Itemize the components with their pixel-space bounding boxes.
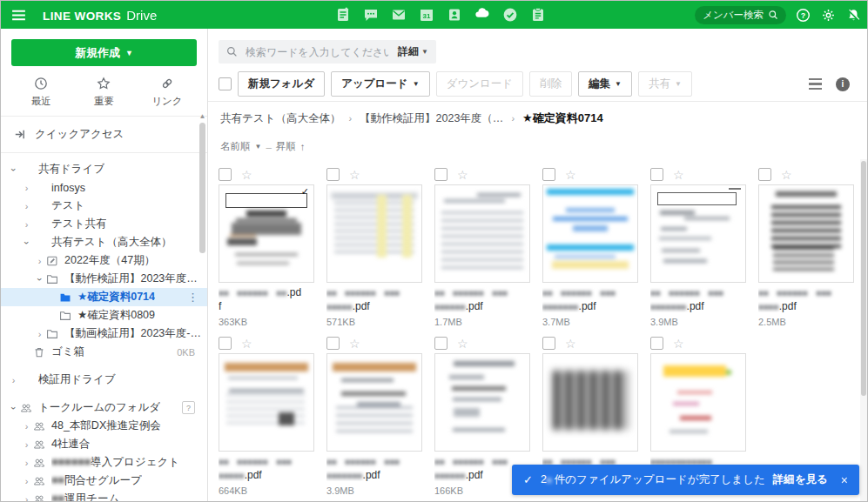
file-name[interactable]: ■■ ■■■■■■ ■■■■■■■.pdf [758,286,854,312]
file-thumbnail[interactable] [219,184,314,283]
chevron-collapsed-icon[interactable]: › [21,183,32,193]
file-checkbox[interactable] [650,168,663,181]
favorite-star-icon[interactable]: ☆ [565,338,576,350]
message-icon[interactable] [362,7,379,23]
toast-detail-link[interactable]: 詳細を見る [773,472,828,487]
file-card[interactable]: ☆■■ ■■■■■■ ■■■■■■■■.pdf664KB [219,333,314,497]
file-checkbox[interactable] [434,168,447,181]
file-thumbnail[interactable] [650,353,746,452]
form-icon[interactable] [529,7,546,23]
sidebar-item-共有テスト（高大全体）[interactable]: ›共有テスト（高大全体） [1,233,207,251]
settings-gear-icon[interactable] [819,6,837,23]
list-view-icon[interactable] [809,78,822,90]
file-thumbnail[interactable] [758,184,854,283]
favorite-star-icon[interactable]: ☆ [457,169,468,181]
sidebar-item-【動作検証用】2023年度（４８…[interactable]: ›【動作検証用】2023年度（４８… [1,270,207,288]
chevron-collapsed-icon[interactable]: › [34,256,45,266]
brand-logo[interactable]: LINE WORKS Drive [43,8,157,23]
file-card[interactable]: ☆■■ ■■■■■■ ■■■■■■■■.pdf571KB [326,164,422,328]
help-badge-icon[interactable]: ? [182,401,195,414]
sidebar-item-2022年度（47期）[interactable]: ›2022年度（47期） [1,251,207,270]
chevron-collapsed-icon[interactable]: › [8,375,19,385]
sidebar-item-★確定資料0714[interactable]: ★確定資料0714⋮ [1,288,207,306]
file-thumbnail[interactable] [326,184,422,283]
file-name[interactable]: ■■ ■■■■■■ ■■■■■■■■.pdf [219,455,314,481]
sort-field-dropdown[interactable]: 名前順 [220,140,251,153]
scroll-up-arrow[interactable]: ▲ [198,112,206,121]
chevron-collapsed-icon[interactable]: › [21,201,32,211]
mail-icon[interactable] [390,7,407,23]
select-all-checkbox[interactable] [219,77,232,90]
search-input[interactable] [244,45,392,59]
file-checkbox[interactable] [650,337,663,350]
chevron-collapsed-icon[interactable]: › [21,476,32,486]
favorite-star-icon[interactable]: ☆ [781,169,792,181]
quick-link-star[interactable]: 重要 [72,77,135,108]
sidebar-item-quick-access[interactable]: クイックアクセス [1,117,207,153]
chevron-collapsed-icon[interactable]: › [21,439,32,450]
sidebar-item-48_本部DX推進定例会[interactable]: ›48_本部DX推進定例会 [1,417,207,435]
file-name[interactable]: ■■ ■■■■■■ ■■■■■■■■.pdf [326,286,422,312]
toast-close-icon[interactable]: × [841,473,848,487]
chevron-expanded-icon[interactable]: › [9,402,19,413]
drive-icon[interactable] [474,7,490,23]
chevron-expanded-icon[interactable]: › [35,273,45,284]
favorite-star-icon[interactable]: ☆ [673,169,684,181]
favorite-star-icon[interactable]: ☆ [673,338,684,350]
scrollbar-thumb[interactable] [861,161,866,396]
sidebar-item-テスト共有[interactable]: ›テスト共有 [1,215,207,233]
file-thumbnail[interactable] [326,353,422,452]
calendar-icon[interactable]: 31 [418,7,434,23]
toolbar-button-新規フォルダ[interactable]: 新規フォルダ [238,71,325,97]
file-thumbnail[interactable] [434,353,530,452]
scrollbar-thumb[interactable] [199,123,205,253]
sidebar-item-テスト[interactable]: ›テスト [1,197,207,215]
file-card[interactable]: ☆■■ ■■■■■■ ■■■■■■■■■■.pdf3.9MB [326,333,422,497]
file-name[interactable]: ■■ ■■■■■■ ■■■■■■■■■■.pdf [650,286,746,312]
sidebar-item-ゴミ箱[interactable]: ゴミ箱0KB [1,343,207,361]
board-icon[interactable] [334,7,351,23]
main-scrollbar[interactable] [860,159,867,501]
help-icon[interactable]: ? [794,6,811,23]
sidebar-item-【動画検証用】2023年度-本経動…[interactable]: ›【動画検証用】2023年度-本経動… [1,325,207,343]
file-checkbox[interactable] [542,168,555,181]
file-checkbox[interactable] [219,337,232,350]
info-icon[interactable]: i [836,77,850,91]
file-thumbnail[interactable] [434,184,530,283]
hamburger-menu-icon[interactable] [1,1,36,29]
sidebar-item-4社連合[interactable]: ›4社連合 [1,435,207,453]
file-checkbox[interactable] [758,168,771,181]
file-thumbnail[interactable] [542,353,638,452]
chevron-collapsed-icon[interactable]: › [21,421,32,432]
favorite-star-icon[interactable]: ☆ [349,338,360,350]
file-name[interactable]: ■■ ■■■■■■ ■■■■■■■■■.pdf [434,286,530,312]
file-checkbox[interactable] [326,337,340,350]
file-card[interactable]: ☆■■ ■■■■■■ ■■■■■■■■■.pdf1.7MB [434,164,530,328]
file-thumbnail[interactable] [542,184,638,283]
file-checkbox[interactable] [542,337,555,350]
favorite-star-icon[interactable]: ☆ [241,338,252,350]
sidebar-item-トークルームのフォルダ[interactable]: ›トークルームのフォルダ? [1,398,207,417]
task-icon[interactable] [501,7,518,23]
favorite-star-icon[interactable]: ☆ [565,169,576,181]
chevron-collapsed-icon[interactable]: › [34,329,45,339]
file-checkbox[interactable] [219,168,232,181]
toolbar-button-アップロード[interactable]: アップロード▼ [331,71,429,97]
file-checkbox[interactable] [434,337,447,350]
sidebar-item-infosys[interactable]: ›infosys [1,178,207,197]
contacts-icon[interactable] [446,7,462,23]
sort-order-toggle[interactable]: 昇順 [276,140,296,153]
favorite-star-icon[interactable]: ☆ [457,338,468,350]
sidebar-scrollbar[interactable]: ▲ [198,112,206,498]
file-card[interactable]: ☆■■ ■■■■■■ ■■.pdf363KB [219,164,314,328]
new-create-button[interactable]: 新規作成 ▼ [11,39,197,66]
chevron-collapsed-icon[interactable]: › [21,494,32,502]
sidebar-item-検証用ドライブ[interactable]: ›検証用ドライブ [1,371,207,389]
file-card[interactable]: ☆■■ ■■■■■■ ■■■■■■■.pdf2.5MB [758,164,854,328]
file-checkbox[interactable] [326,168,340,181]
file-name[interactable]: ■■ ■■■■■■ ■■■■■■■■■■.pdf [326,455,422,481]
kebab-menu-icon[interactable]: ⋮ [187,291,198,304]
breadcrumb-item[interactable]: ★確定資料0714 [522,110,603,126]
chevron-collapsed-icon[interactable]: › [21,458,32,468]
sidebar-item-運用チーム[interactable]: ›■■運用チーム [1,490,207,501]
